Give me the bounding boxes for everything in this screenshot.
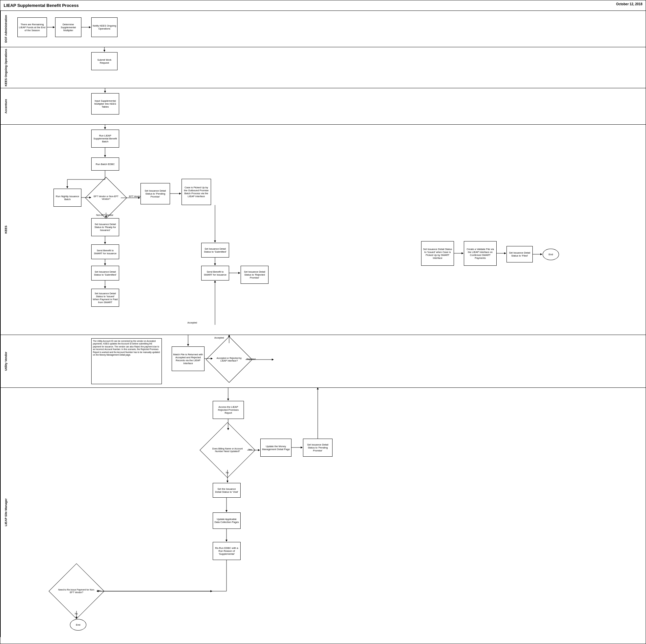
title-text: LIEAP Supplemental Benefit Process	[4, 3, 79, 8]
kops-box-1: Submit Work Request	[91, 52, 117, 70]
kees-issued-smart: Set Issuance Detail Status to 'Issued' w…	[421, 241, 454, 266]
kees-submitted-eft: Set Issuance Detail Status to 'Submitted…	[201, 243, 229, 258]
lieap-update-data: Update Applicable Data Collection Pages	[213, 512, 241, 529]
kees-case-picked-up: Case is Picked Up by the Outbound Promis…	[182, 179, 211, 205]
kees-rejected-promise: Set Issuance Detail Status to 'Rejected …	[241, 266, 268, 284]
lane-label-dcf: DCF Administration	[0, 11, 11, 47]
kees-send-smart-eft: Send Benefit to SMART for Issuance	[201, 266, 229, 280]
kees-validate-file: Create a Validate File via the LIEAP Int…	[464, 241, 497, 266]
lane-dcf: DCF Administration There are Remaining L…	[0, 11, 646, 47]
dcf-box-1: There are Remaining LIEAP Funds at the E…	[17, 17, 47, 37]
lane-label-kees-ops: KEES Ongoing Operations	[0, 47, 11, 88]
lieap-set-void: Set the Issuance Detail Status to 'Void'	[213, 483, 241, 498]
kees-submitted-1: Set Issuance Detail Status to 'Submitted…	[91, 266, 119, 280]
page-container: LIEAP Supplemental Benefit Process Octob…	[0, 0, 646, 644]
lane-lieap: LIEAP Site Manager Access the LIEAP Reje…	[0, 388, 646, 637]
kees-set-pending-promise-eft: Set Issuance Detail Status to 'Pending P…	[140, 183, 170, 205]
yes-label-billing: Yes	[248, 448, 252, 451]
lane-label-accenture: Accenture	[0, 88, 11, 124]
lane-content-lieap: Access the LIEAP Rejected Promises Repor…	[11, 388, 646, 637]
rejected-label: Rejected	[246, 358, 256, 360]
swim-lanes-wrapper: DCF Administration There are Remaining L…	[0, 11, 646, 637]
lane-content-kees: Run LIEAP Supplemental Benefit Batch Run…	[11, 125, 646, 335]
lane-label-utility: Utility Vendor	[0, 335, 11, 387]
accepted-label: Accepted	[188, 321, 197, 324]
lieap-arrows	[11, 388, 646, 637]
lieap-access-report: Access the LIEAP Rejected Promises Repor…	[213, 401, 244, 419]
util-match-file: Match File is Returned with Accepted and…	[172, 347, 205, 371]
lane-content-accenture: Input Supplemental Multiplier into KEES …	[11, 88, 646, 124]
dcf-box-3: Notify KEES Ongoing Operations	[91, 17, 117, 37]
no-label-billing: No	[226, 472, 229, 474]
kees-ready-issuance: Set Issuance Detail Status to 'Ready for…	[91, 218, 119, 236]
non-eft-label: Non-EFT Vendor	[96, 214, 113, 216]
kees-filed: Set Issuance Detail Status to 'Filed'	[507, 246, 533, 262]
kees-end: End	[543, 249, 559, 260]
util-diamond-accepted: Accepted or Rejected by LIEAP Interface?	[213, 343, 245, 376]
kees-run-edbc: Run Batch EDBC	[91, 157, 119, 170]
lane-label-lieap: LIEAP Site Manager	[0, 388, 11, 637]
lieap-diamond-billing: Does Billing Name or Account Number Need…	[208, 430, 247, 470]
kees-run-nightly: Run Nightly Issuance Batch	[53, 188, 81, 207]
lane-utility: Utility Vendor The Utility Account ID ca…	[0, 335, 646, 388]
lieap-end: End	[70, 619, 86, 631]
lieap-rerun-edbc: Re-Run EDBC with a Run Reason of 'Supple…	[213, 542, 241, 560]
eft-label: EFT Vendor	[129, 195, 141, 198]
date-label: October 12, 2018	[616, 2, 642, 6]
no-label-reissue: No	[75, 613, 78, 615]
lane-label-kees: KEES	[0, 125, 11, 335]
lane-kees-ops: KEES Ongoing Operations Submit Work Requ…	[0, 47, 646, 88]
kees-run-lieap: Run LIEAP Supplemental Benefit Batch	[91, 130, 119, 148]
lieap-diamond-reissue: Need to Re-Issue Payment for Non-EFT Ven…	[57, 571, 96, 611]
lane-content-utility: The Utility Account ID can be corrected …	[11, 335, 646, 387]
utility-note: The Utility Account ID can be corrected …	[91, 338, 162, 384]
lane-content-dcf: There are Remaining LIEAP Funds at the E…	[11, 11, 646, 47]
lieap-set-pending: Set Issuance Detail Status to 'Pending P…	[303, 438, 332, 457]
lane-kees: KEES Run LIEAP Supplemental Benefit Batc…	[0, 125, 646, 335]
page-title: LIEAP Supplemental Benefit Process Octob…	[0, 0, 646, 11]
lane-accenture: Accenture Input Supplemental Multiplier …	[0, 88, 646, 125]
acc-box-1: Input Supplemental Multiplier into KEES …	[91, 93, 119, 115]
accepted-label-util: Accepted	[214, 337, 224, 339]
lieap-update-money: Update the Money Management Detail Page	[260, 438, 292, 457]
kees-issued-1: Set Issuance Detail Status to 'Issued' W…	[91, 289, 119, 307]
dcf-box-2: Determine Supplemental Multiplier	[55, 17, 81, 37]
yes-label-reissue: Yes	[97, 590, 100, 592]
kees-diamond-eft: EFT Vendor or Non-EFT Vendor?	[91, 183, 121, 213]
lane-content-kees-ops: Submit Work Request	[11, 47, 646, 80]
kees-send-smart-1: Send Benefit to SMART for Issuance	[91, 244, 119, 259]
